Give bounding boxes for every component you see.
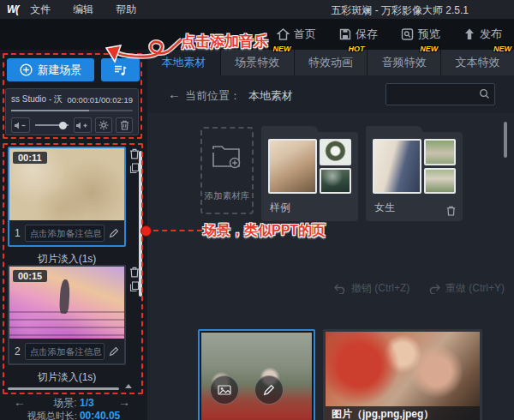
- new-badge: NEW: [273, 45, 291, 53]
- replace-image-button[interactable]: [210, 375, 239, 405]
- scene2-thumbnail[interactable]: 00:15: [9, 267, 124, 339]
- title-bar: W( 文件 编辑 帮助 五彩斑斓 - 万彩影像大师 2.5.1: [0, 0, 514, 19]
- new-scene-label: 新建场景: [38, 63, 82, 78]
- volume-slider[interactable]: [33, 117, 70, 133]
- breadcrumb-label: 当前位置：: [185, 88, 241, 104]
- add-library-button[interactable]: 添加素材库: [200, 127, 254, 214]
- photo-tile: [268, 139, 317, 194]
- add-music-button[interactable]: [101, 58, 140, 81]
- redo-icon: [428, 284, 440, 294]
- save-button[interactable]: 保存: [339, 27, 378, 42]
- scene2-transition-label[interactable]: 切片淡入(1s): [8, 370, 126, 385]
- folder-girl[interactable]: 女生: [366, 132, 463, 221]
- search-input[interactable]: [390, 85, 472, 104]
- new-scene-button[interactable]: 新建场景: [7, 58, 94, 81]
- video-total-duration: 视频总时长: 00:40.05: [0, 410, 147, 420]
- folder-girl-name: 女生: [374, 201, 395, 215]
- tab-label: 本地素材: [161, 55, 206, 70]
- scene2-index: 2: [15, 345, 21, 357]
- scene-pager-label: 场景:: [53, 397, 76, 409]
- audio-progress-bar[interactable]: [11, 110, 133, 111]
- scene1-note-field[interactable]: 点击添加备注信息: [25, 225, 105, 242]
- scene-card-1[interactable]: 00:11 1 点击添加备注信息: [8, 147, 126, 247]
- photo-tile: [320, 168, 351, 195]
- total-duration-label: 视频总时长:: [27, 411, 77, 420]
- scene2-duplicate-icon[interactable]: [129, 281, 143, 292]
- tab-label: 文本特效: [456, 55, 500, 70]
- audio-settings-button[interactable]: [95, 117, 112, 133]
- tab-label: 场景特效: [235, 55, 279, 70]
- scene1-index: 1: [15, 227, 21, 239]
- tab-audio-effects[interactable]: 音频特效 NEW: [368, 50, 440, 75]
- publish-icon: [463, 28, 475, 40]
- scene-sidebar: 新建场景 ss Studio - 沃 00:00:01/00:02:19: [0, 50, 147, 420]
- volume-up-button[interactable]: [74, 117, 93, 133]
- asset-children-photo[interactable]: 图片（jpg,png,jpeg） 起始时间:00:05.60 时长:5.42s: [323, 329, 482, 420]
- home-label: 首页: [294, 27, 316, 42]
- edit-image-button[interactable]: [254, 375, 284, 405]
- gear-icon: [99, 120, 109, 130]
- hot-badge: HOT: [348, 45, 364, 53]
- preview-button[interactable]: 预览: [401, 27, 440, 42]
- search-icon[interactable]: [479, 88, 490, 99]
- publish-button[interactable]: 发布: [463, 27, 502, 42]
- tab-effect-animation[interactable]: 特效动画 HOT: [295, 50, 368, 75]
- scene1-thumbnail[interactable]: 00:11: [9, 148, 124, 220]
- material-panel: 本地素材 场景特效 NEW 特效动画 HOT 音频特效 NEW 文本特效 NEW…: [147, 50, 514, 420]
- scene-list-hscrollbar[interactable]: [8, 387, 119, 390]
- app-logo-icon: W(: [7, 3, 18, 15]
- audio-track-panel: ss Studio - 沃 00:00:01/00:02:19: [5, 88, 139, 135]
- folder-sample-name: 样例: [270, 201, 290, 215]
- preview-label: 预览: [418, 27, 440, 42]
- redo-button[interactable]: 重做 (Ctrl+Y): [428, 281, 505, 296]
- library-scrollbar[interactable]: [504, 122, 507, 158]
- photo-tile: [424, 139, 456, 165]
- new-badge: NEW: [493, 45, 511, 53]
- audio-delete-button[interactable]: [116, 117, 133, 133]
- save-label: 保存: [356, 27, 378, 42]
- volume-down-button[interactable]: [11, 117, 30, 133]
- replace-image-icon: [218, 384, 231, 396]
- menu-help[interactable]: 帮助: [116, 3, 136, 17]
- undo-button[interactable]: 撤销 (Ctrl+Z): [334, 281, 409, 296]
- home-button[interactable]: 首页: [277, 27, 316, 42]
- tab-scene-effects[interactable]: 场景特效 NEW: [221, 50, 294, 75]
- window-title: 五彩斑斓 - 万彩影像大师 2.5.1: [331, 3, 469, 18]
- tab-local-material[interactable]: 本地素材: [147, 50, 220, 75]
- redo-label: 重做 (Ctrl+Y): [445, 281, 505, 296]
- scene2-duration-badge: 00:15: [13, 270, 47, 282]
- tab-text-effects[interactable]: 文本特效 NEW: [441, 50, 514, 75]
- pencil-icon: [263, 384, 275, 396]
- menu-file[interactable]: 文件: [30, 3, 51, 17]
- folder-sample-collage: [268, 139, 351, 194]
- scene1-duration-badge: 00:11: [13, 152, 47, 164]
- preview-icon: [401, 28, 414, 40]
- scene-pager-value: 1/3: [80, 397, 94, 409]
- publish-label: 发布: [480, 27, 502, 42]
- scene2-edit-note-icon[interactable]: [109, 346, 119, 357]
- undo-label: 撤销 (Ctrl+Z): [351, 281, 409, 296]
- scene2-delete-icon[interactable]: [129, 267, 143, 278]
- scene-card-2[interactable]: 00:15 2 点击添加备注信息: [8, 265, 126, 365]
- scroll-up-icon[interactable]: [125, 384, 132, 388]
- home-icon: [277, 28, 290, 40]
- audio-track-name: ss Studio - 沃: [11, 93, 63, 105]
- library-content: 添加素材库 样例 女生: [147, 113, 514, 420]
- asset-tulip-selected[interactable]: [198, 329, 315, 420]
- search-box: [386, 83, 495, 105]
- folder-girl-collage: [373, 139, 456, 194]
- new-badge: NEW: [420, 45, 438, 53]
- folder-sample[interactable]: 样例: [261, 132, 358, 221]
- history-bar: 撤销 (Ctrl+Z) 重做 (Ctrl+Y): [147, 281, 514, 298]
- scene1-edit-note-icon[interactable]: [109, 228, 119, 238]
- scene2-note-field[interactable]: 点击添加备注信息: [25, 343, 105, 360]
- folder-delete-icon[interactable]: [446, 206, 456, 216]
- photo-tile: [373, 139, 421, 194]
- photo-tile: [320, 139, 351, 165]
- back-button[interactable]: ←: [168, 87, 181, 101]
- menu-edit[interactable]: 编辑: [73, 3, 93, 17]
- tab-label: 特效动画: [308, 55, 353, 70]
- plus-circle-icon: [20, 63, 33, 76]
- audio-track-time: 00:00:01/00:02:19: [67, 95, 133, 105]
- next-scene-button[interactable]: →: [118, 395, 130, 409]
